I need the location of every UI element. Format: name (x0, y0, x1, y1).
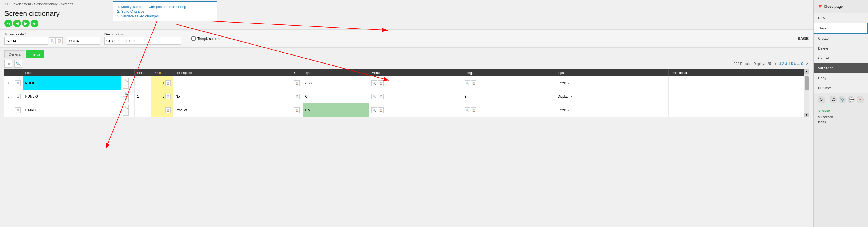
description-input[interactable] (104, 37, 182, 45)
transmission-cell[interactable] (669, 104, 804, 117)
row-icon-btn[interactable]: ⊟ (15, 80, 21, 86)
position-cell[interactable]: 1 📋 (151, 77, 173, 90)
nav-last-button[interactable]: ⏭ (31, 20, 38, 27)
type-cell[interactable]: ITV (303, 104, 369, 117)
tab-general[interactable]: General (4, 50, 25, 58)
len-search-icon[interactable]: 🔍 (465, 107, 470, 113)
preview-button[interactable]: Preview (813, 83, 868, 93)
validation-button[interactable]: Validation (813, 63, 868, 73)
attachment-icon[interactable]: 📎 (839, 96, 846, 104)
dropdown-arrow-icon[interactable]: ▼ (774, 62, 777, 65)
len-search-icon[interactable]: 🔍 (465, 80, 470, 86)
table-search-icon-btn[interactable]: 🔍 (14, 60, 22, 68)
menu-search-icon[interactable]: 🔍 (371, 80, 377, 86)
type-cell[interactable]: ABS (303, 77, 369, 90)
input-cell[interactable]: Enter ▼ (555, 77, 669, 90)
create-button[interactable]: Create (813, 34, 868, 44)
menu-detail-icon[interactable]: 📋 (378, 94, 383, 99)
menu-search-icon[interactable]: 🔍 (371, 94, 377, 99)
position-cell[interactable]: 2 📋 (151, 90, 173, 104)
nav-prev-button[interactable]: ◀ (13, 20, 21, 27)
field-detail-icon[interactable]: 📋 (123, 83, 129, 89)
field-cell[interactable]: ITMREF (23, 104, 121, 117)
field-search-icon[interactable]: 🔍 (123, 78, 129, 83)
nav-first-button[interactable]: ⏮ (4, 20, 12, 27)
expand-icon[interactable]: ⤢ (805, 62, 809, 66)
field-cell[interactable]: NBLIG (23, 77, 121, 90)
scrollbar[interactable]: ▲ ▼ (804, 69, 809, 117)
action-icons-row: ↻ · 🖨 📎 💬 ✂ (813, 93, 868, 107)
block-cell[interactable]: 1 (135, 77, 151, 90)
scroll-up-btn[interactable]: ▲ (805, 69, 809, 74)
transmission-cell[interactable] (669, 90, 804, 104)
row-icon-btn[interactable]: ⊟ (15, 107, 21, 113)
page-link-6[interactable]: 6 (794, 62, 796, 66)
row-icon-btn[interactable]: ⊟ (15, 94, 21, 99)
scroll-down-btn[interactable]: ▼ (805, 113, 809, 117)
delete-button[interactable]: Delete (813, 44, 868, 53)
page-link-5[interactable]: 5 (791, 62, 793, 66)
input-cell[interactable]: Display ▼ (555, 90, 669, 104)
pos-icon[interactable]: 📋 (165, 80, 171, 86)
description-cell[interactable]: No. (173, 90, 292, 104)
pos-icon[interactable]: 📋 (165, 94, 171, 99)
c-icon[interactable]: 📋 (294, 107, 300, 113)
close-page-button[interactable]: ✖ Close page (813, 0, 868, 13)
menu-search-icon[interactable]: 🔍 (371, 107, 377, 113)
vt-screen-link[interactable]: VT screen (818, 115, 864, 120)
input-dropdown-icon[interactable]: ▼ (570, 95, 573, 98)
delete-icon[interactable]: ✂ (857, 96, 864, 104)
copy-button[interactable]: Copy (813, 73, 868, 83)
block-cell[interactable]: 1 (135, 90, 151, 104)
col-header-position: Position (151, 69, 173, 77)
new-button[interactable]: New (813, 13, 868, 23)
menu-detail-icon[interactable]: 📋 (378, 80, 383, 86)
page-link-4[interactable]: 4 (788, 62, 790, 66)
page-link-3[interactable]: 3 (785, 62, 787, 66)
block-cell[interactable]: 1 (135, 104, 151, 117)
page-link-1[interactable]: 1 (779, 62, 781, 66)
annotation-item-2: 2. Save Changes (117, 9, 213, 13)
screen-code-detail-btn[interactable]: 📋 (56, 37, 63, 44)
menu-detail-icon[interactable]: 📋 (378, 107, 383, 113)
refresh-icon[interactable]: ↻ (818, 96, 825, 104)
templ-screen-checkbox[interactable] (191, 36, 196, 41)
transmission-cell[interactable] (669, 77, 804, 90)
icons-link[interactable]: Icons (818, 120, 864, 125)
tab-fields[interactable]: Fields (26, 50, 44, 58)
field-detail-icon[interactable]: 📋 (123, 110, 129, 116)
field-search-icon[interactable]: 🔍 (123, 105, 129, 110)
length-cell[interactable]: 3 (462, 90, 555, 104)
col-header-num (4, 69, 13, 77)
chat-icon[interactable]: 💬 (848, 96, 855, 104)
screen-code-input2[interactable] (67, 37, 100, 45)
nav-next-button[interactable]: ▶ (22, 20, 30, 27)
input-dropdown-icon[interactable]: ▼ (567, 109, 570, 112)
breadcrumb-development[interactable]: Development (11, 2, 31, 6)
c-icon[interactable]: 📋 (294, 80, 300, 86)
field-search-icon[interactable]: 🔍 (123, 91, 129, 96)
description-cell[interactable]: Product (173, 104, 292, 117)
page-link-2[interactable]: 2 (782, 62, 784, 66)
field-cell[interactable]: NUMLIG (23, 90, 121, 104)
position-cell[interactable]: 3 📋 (151, 104, 173, 117)
page-link-9[interactable]: 9 (801, 62, 803, 66)
field-detail-icon[interactable]: 📋 (123, 96, 129, 102)
breadcrumb-script-dictionary[interactable]: Script dictionary (34, 2, 58, 6)
cancel-button[interactable]: Cancel (813, 53, 868, 63)
input-cell[interactable]: Enter ▼ (555, 104, 669, 117)
len-detail-icon[interactable]: 📋 (471, 107, 476, 113)
scroll-thumb[interactable] (805, 77, 809, 90)
pos-icon[interactable]: 📋 (165, 107, 171, 113)
len-detail-icon[interactable]: 📋 (471, 80, 476, 86)
description-cell[interactable] (173, 77, 292, 90)
print-icon[interactable]: 🖨 (830, 96, 837, 104)
table-view-icon-btn[interactable]: ⊞ (4, 60, 12, 68)
input-dropdown-icon[interactable]: ▼ (567, 82, 570, 85)
type-cell[interactable]: C (303, 90, 369, 104)
save-button[interactable]: Save (813, 23, 868, 34)
screen-code-input[interactable] (4, 37, 49, 45)
screen-code-search-btn[interactable]: 🔍 (49, 37, 56, 44)
c-icon[interactable]: 📋 (294, 94, 300, 99)
breadcrumb-all[interactable]: All (4, 2, 8, 6)
